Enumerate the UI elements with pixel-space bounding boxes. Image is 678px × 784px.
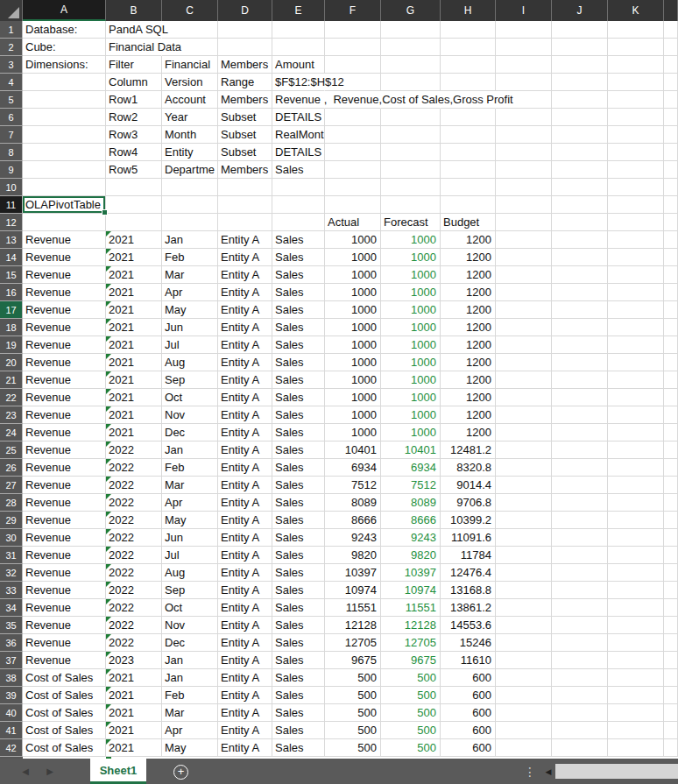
- row-header-12[interactable]: 12: [0, 214, 23, 231]
- cell-J15[interactable]: [552, 266, 608, 284]
- cell-H33[interactable]: 13168.8: [441, 582, 496, 599]
- cell-C39[interactable]: Feb: [162, 687, 218, 704]
- cell-F10[interactable]: [325, 179, 381, 196]
- cell-G20[interactable]: 1000: [381, 354, 441, 371]
- cell-F1[interactable]: [325, 21, 381, 39]
- row-header-26[interactable]: 26: [0, 459, 23, 477]
- cell-K24[interactable]: [608, 424, 664, 441]
- row-header-29[interactable]: 29: [0, 512, 23, 529]
- cell-K6[interactable]: [608, 109, 664, 126]
- cell-H10[interactable]: [441, 179, 496, 196]
- cell-K1[interactable]: [608, 21, 664, 39]
- cell-F26[interactable]: 6934: [325, 459, 381, 477]
- cell-K16[interactable]: [608, 284, 664, 301]
- cell-G8[interactable]: [381, 144, 441, 161]
- cell-K3[interactable]: [608, 56, 664, 74]
- cell-D26[interactable]: Entity A: [218, 459, 272, 477]
- row-header-14[interactable]: 14: [0, 249, 23, 266]
- cell-E22[interactable]: Sales: [272, 389, 325, 406]
- cell-H13[interactable]: 1200: [441, 231, 496, 249]
- cell-D25[interactable]: Entity A: [218, 441, 272, 459]
- cell-L33[interactable]: [664, 582, 678, 599]
- cell-K21[interactable]: [608, 371, 664, 389]
- cell-D35[interactable]: Entity A: [218, 617, 272, 634]
- cell-B28[interactable]: 2022: [106, 494, 162, 512]
- cell-L6[interactable]: [664, 109, 678, 126]
- row-header-1[interactable]: 1: [0, 21, 23, 39]
- cell-C21[interactable]: Sep: [162, 371, 218, 389]
- cell-I20[interactable]: [496, 354, 552, 371]
- cell-B17[interactable]: 2021: [106, 301, 162, 319]
- cell-D40[interactable]: Entity A: [218, 704, 272, 722]
- row-header-34[interactable]: 34: [0, 599, 23, 617]
- cell-A31[interactable]: Revenue: [23, 547, 106, 564]
- cell-I16[interactable]: [496, 284, 552, 301]
- cell-B27[interactable]: 2022: [106, 477, 162, 494]
- cell-B38[interactable]: 2021: [106, 669, 162, 687]
- cell-J28[interactable]: [552, 494, 608, 512]
- cell-L17[interactable]: [664, 301, 678, 319]
- cell-G17[interactable]: 1000: [381, 301, 441, 319]
- row-header-16[interactable]: 16: [0, 284, 23, 301]
- cell-E4[interactable]: $F$12:$H$12: [272, 74, 325, 91]
- row-header-13[interactable]: 13: [0, 231, 23, 249]
- cell-J38[interactable]: [552, 669, 608, 687]
- cell-C23[interactable]: Nov: [162, 406, 218, 424]
- cell-D16[interactable]: Entity A: [218, 284, 272, 301]
- cell-I34[interactable]: [496, 599, 552, 617]
- cell-F41[interactable]: 500: [325, 722, 381, 739]
- cell-A1[interactable]: Database:: [23, 21, 106, 39]
- cell-D31[interactable]: Entity A: [218, 547, 272, 564]
- column-header-E[interactable]: E: [272, 0, 325, 21]
- cell-K28[interactable]: [608, 494, 664, 512]
- cell-A26[interactable]: Revenue: [23, 459, 106, 477]
- cell-I1[interactable]: [496, 21, 552, 39]
- cell-I15[interactable]: [496, 266, 552, 284]
- cell-H15[interactable]: 1200: [441, 266, 496, 284]
- cell-G38[interactable]: 500: [381, 669, 441, 687]
- cell-K37[interactable]: [608, 652, 664, 669]
- cell-A32[interactable]: Revenue: [23, 564, 106, 582]
- cell-C36[interactable]: Dec: [162, 634, 218, 652]
- cell-E16[interactable]: Sales: [272, 284, 325, 301]
- cell-A23[interactable]: Revenue: [23, 406, 106, 424]
- cell-H20[interactable]: 1200: [441, 354, 496, 371]
- cell-H8[interactable]: [441, 144, 496, 161]
- cell-K9[interactable]: [608, 161, 664, 179]
- cell-I2[interactable]: [496, 39, 552, 56]
- row-header-40[interactable]: 40: [0, 704, 23, 722]
- column-header-G[interactable]: G: [381, 0, 441, 21]
- cell-L27[interactable]: [664, 477, 678, 494]
- cell-C10[interactable]: [162, 179, 218, 196]
- cell-J24[interactable]: [552, 424, 608, 441]
- cell-E31[interactable]: Sales: [272, 547, 325, 564]
- cell-G9[interactable]: [381, 161, 441, 179]
- row-header-5[interactable]: 5: [0, 91, 23, 109]
- row-header-32[interactable]: 32: [0, 564, 23, 582]
- cell-C22[interactable]: Oct: [162, 389, 218, 406]
- scroll-left-button[interactable]: ◀: [541, 759, 555, 784]
- cell-G4[interactable]: [381, 74, 441, 91]
- cell-D19[interactable]: Entity A: [218, 336, 272, 354]
- cell-A2[interactable]: Cube:: [23, 39, 106, 56]
- row-header-17[interactable]: 17: [0, 301, 23, 319]
- cell-G29[interactable]: 8666: [381, 512, 441, 529]
- cell-L37[interactable]: [664, 652, 678, 669]
- row-header-42[interactable]: 42: [0, 739, 23, 757]
- cell-F12[interactable]: Actual: [325, 214, 381, 231]
- cell-A41[interactable]: Cost of Sales: [23, 722, 106, 739]
- cell-I29[interactable]: [496, 512, 552, 529]
- cell-A19[interactable]: Revenue: [23, 336, 106, 354]
- cell-F21[interactable]: 1000: [325, 371, 381, 389]
- cell-F7[interactable]: [325, 126, 381, 144]
- cell-G19[interactable]: 1000: [381, 336, 441, 354]
- cell-J12[interactable]: [552, 214, 608, 231]
- cell-B2[interactable]: Financial Data: [106, 39, 162, 56]
- row-header-7[interactable]: 7: [0, 126, 23, 144]
- cell-J26[interactable]: [552, 459, 608, 477]
- cell-C30[interactable]: Jun: [162, 529, 218, 547]
- cell-B31[interactable]: 2022: [106, 547, 162, 564]
- cell-K35[interactable]: [608, 617, 664, 634]
- cell-G31[interactable]: 9820: [381, 547, 441, 564]
- cell-J3[interactable]: [552, 56, 608, 74]
